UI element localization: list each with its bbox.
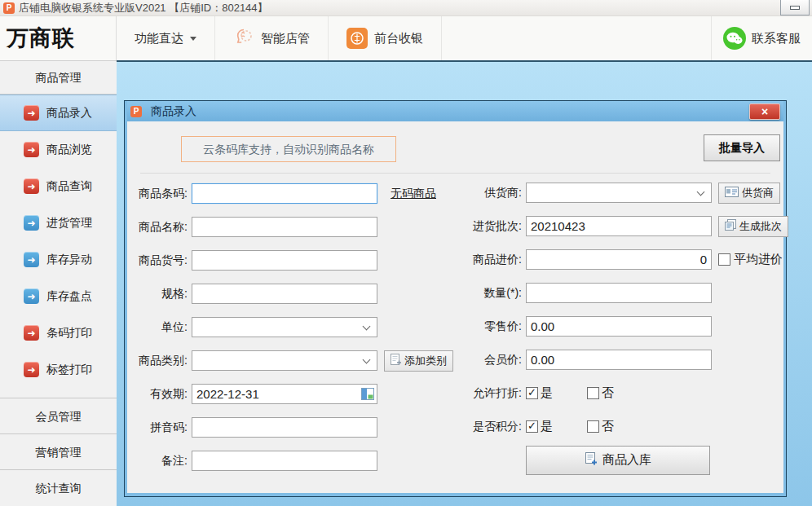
item-number-field[interactable] [192, 250, 377, 271]
nav-smart-manage-label: 智能店管 [261, 31, 310, 46]
sidebar-section-marketing-management[interactable]: 营销管理 [0, 433, 117, 469]
dialog-title: 商品录入 [151, 104, 196, 119]
sidebar-item-product-browse[interactable]: ➜ 商品浏览 [0, 131, 117, 168]
nav-front-cashier-label: 前台收银 [374, 31, 423, 46]
sidebar-item-label: 进货管理 [46, 216, 92, 231]
no-label: 否 [602, 385, 614, 401]
cost-price-label: 商品进价: [457, 253, 526, 267]
barcode-field[interactable] [192, 183, 377, 204]
divider [140, 173, 770, 174]
product-name-field[interactable] [192, 217, 377, 237]
unit-select[interactable] [192, 317, 377, 337]
allow-discount-label: 允许打折: [457, 386, 526, 401]
batch-field[interactable] [526, 216, 712, 236]
nav-smart-manage[interactable]: 智能店管 [215, 16, 329, 60]
brand-logo: 万商联 [0, 16, 117, 60]
sidebar-item-purchase-management[interactable]: ➜ 进货管理 [0, 205, 117, 241]
minimize-button[interactable] [780, 0, 810, 15]
supplier-button[interactable]: 供货商 [718, 183, 780, 204]
category-select[interactable] [192, 350, 377, 371]
batch-import-button[interactable]: 批量导入 [704, 134, 780, 161]
chevron-down-icon [363, 356, 371, 364]
dialog-icon: P [130, 106, 142, 117]
sidebar-item-label: 库存异动 [46, 253, 92, 267]
avg-cost-label: 平均进价 [734, 252, 783, 267]
chevron-down-icon [190, 37, 196, 44]
close-button[interactable]: × [749, 103, 780, 120]
dialog-body: 云条码库支持，自动识别商品名称 批量导入 商品条码: 无码商品 商品名称: [127, 121, 783, 493]
sidebar-item-stock-count[interactable]: ➜ 库存盘点 [0, 278, 117, 315]
cloud-barcode-notice: 云条码库支持，自动识别商品名称 [181, 136, 396, 162]
points-no-checkbox[interactable] [587, 420, 599, 433]
chevron-down-icon [363, 323, 371, 331]
sidebar-section-product-management[interactable]: 商品管理 [0, 61, 117, 95]
discount-no-checkbox[interactable] [587, 387, 599, 399]
copy-icon [725, 219, 736, 233]
sidebar-item-product-entry[interactable]: ➜ 商品录入 [0, 95, 117, 131]
contact-support-button[interactable]: 联系客服 [711, 16, 812, 60]
blue-arrow-icon: ➜ [24, 252, 39, 267]
discount-yes-checkbox[interactable] [526, 387, 538, 399]
red-arrow-icon: ➜ [24, 105, 39, 121]
retail-price-field[interactable] [526, 316, 712, 337]
quantity-field[interactable] [526, 283, 712, 303]
contact-support-label: 联系客服 [752, 31, 801, 46]
calendar-icon[interactable] [361, 388, 374, 403]
window-titlebar: P 店铺电脑收银系统专业版V2021 【店铺ID：802144】 [0, 0, 812, 16]
blue-arrow-icon: ➜ [24, 215, 39, 231]
stock-in-label: 商品入库 [602, 452, 651, 468]
generate-batch-label: 生成批次 [739, 219, 782, 234]
yes-label: 是 [541, 419, 553, 434]
cashier-icon [346, 28, 368, 49]
add-page-icon [391, 354, 401, 368]
no-label: 否 [602, 419, 614, 434]
chevron-down-icon [697, 188, 705, 196]
pinyin-field[interactable] [192, 417, 377, 438]
sidebar-item-stock-change[interactable]: ➜ 库存异动 [0, 241, 117, 278]
spec-field[interactable] [192, 284, 377, 304]
member-price-label: 会员价: [457, 353, 526, 367]
stock-in-button[interactable]: 商品入库 [526, 446, 710, 475]
dialog-titlebar: P 商品录入 × [127, 101, 783, 121]
supplier-select[interactable] [526, 183, 712, 203]
sidebar-item-label-print[interactable]: ➜ 标签打印 [0, 351, 117, 388]
product-entry-dialog: P 商品录入 × 云条码库支持，自动识别商品名称 批量导入 商品条码: 无码商品 [124, 100, 787, 497]
sidebar-item-label: 商品浏览 [46, 143, 92, 157]
quantity-label: 数量(*): [457, 286, 526, 301]
pinyin-label: 拼音码: [127, 420, 192, 435]
red-arrow-icon: ➜ [24, 178, 39, 194]
member-price-field[interactable] [526, 350, 712, 370]
minimize-icon [790, 6, 800, 10]
id-card-icon [725, 187, 739, 200]
expiry-field[interactable] [192, 384, 377, 404]
points-yes-checkbox[interactable] [526, 420, 538, 433]
yes-label: 是 [541, 385, 553, 401]
add-category-button[interactable]: 添加类别 [384, 350, 453, 372]
sidebar-item-label: 商品查询 [46, 179, 92, 194]
supplier-label: 供货商: [457, 186, 526, 200]
sidebar-section-statistics-query[interactable]: 统计查询 [0, 469, 117, 505]
expiry-label: 有效期: [127, 387, 192, 402]
nav-quick-menu[interactable]: 功能直达 [117, 16, 215, 60]
earn-points-label: 是否积分: [457, 420, 526, 434]
main-workspace: P 商品录入 × 云条码库支持，自动识别商品名称 批量导入 商品条码: 无码商品 [117, 60, 812, 506]
cost-price-field[interactable] [526, 249, 712, 270]
sidebar-item-label: 标签打印 [46, 363, 92, 377]
no-barcode-link[interactable]: 无码商品 [391, 187, 436, 201]
product-name-label: 商品名称: [127, 220, 192, 235]
nav-front-cashier[interactable]: 前台收银 [329, 16, 442, 60]
form-left-column: 商品条码: 无码商品 商品名称: 商品货号: 规格: [127, 177, 453, 477]
blue-arrow-icon: ➜ [24, 288, 39, 304]
add-category-label: 添加类别 [404, 354, 447, 368]
batch-label: 进货批次: [457, 219, 526, 234]
wechat-icon [723, 27, 746, 50]
sidebar: 商品管理 ➜ 商品录入 ➜ 商品浏览 ➜ 商品查询 ➜ 进货管理 ➜ 库存异动 … [0, 60, 117, 506]
sidebar-item-product-search[interactable]: ➜ 商品查询 [0, 168, 117, 205]
sidebar-item-barcode-print[interactable]: ➜ 条码打印 [0, 315, 117, 351]
avg-cost-checkbox[interactable] [718, 253, 730, 266]
app-icon: P [3, 2, 15, 14]
sidebar-section-member-management[interactable]: 会员管理 [0, 398, 117, 433]
remark-field[interactable] [192, 451, 377, 471]
nav-quick-menu-label: 功能直达 [135, 31, 183, 46]
generate-batch-button[interactable]: 生成批次 [718, 216, 788, 237]
